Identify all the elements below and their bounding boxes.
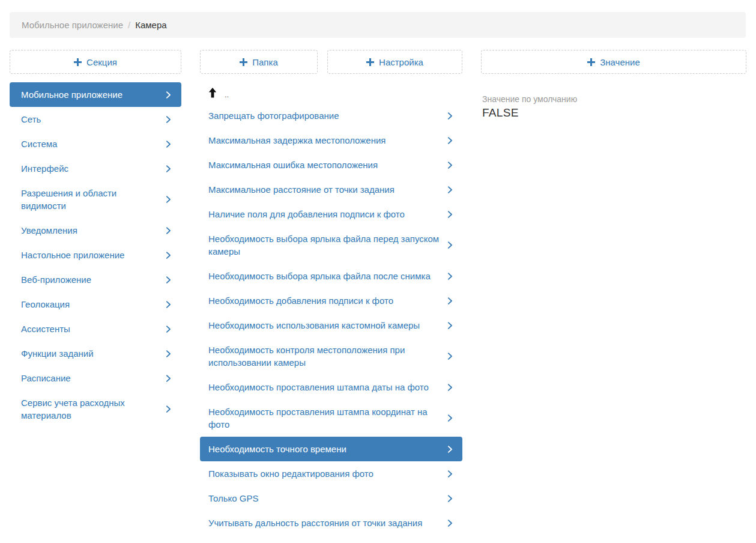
section-item-label: Уведомления [21,224,158,237]
chevron-right-icon [164,405,172,413]
main-layout: Секция Мобильное приложение Сеть Система… [0,50,756,543]
sidebar-item-section[interactable]: Мобильное приложение [10,82,181,107]
chevron-right-icon [446,494,454,503]
breadcrumb-current: Камера [135,20,166,30]
sidebar-item-section[interactable]: Интерфейс [10,156,181,181]
chevron-right-icon [446,241,454,249]
chevron-right-icon [446,519,454,527]
plus-icon [366,58,374,66]
section-item-label: Функции заданий [21,347,158,360]
settings-list: Запрещать фотографирование Максимальная … [200,103,462,535]
chevron-right-icon [164,374,172,383]
settings-list-item[interactable]: Необходимость проставления штампа коорди… [200,399,462,437]
settings-list-item[interactable]: Учитывать дальность расстояния от точки … [200,511,462,535]
chevron-right-icon [164,350,172,358]
setting-item-label: Необходимость выбора ярлыка файла перед … [208,232,440,258]
settings-column: Папка Настройка .. Запрещать фотографиро… [200,50,462,535]
settings-list-item[interactable]: Максимальная ошибка местоположения [200,153,462,177]
section-item-label: Сервис учета расходных материалов [21,396,158,422]
settings-list-item[interactable]: Необходимость выбора ярлыка файла после … [200,264,462,288]
chevron-right-icon [446,297,454,305]
sidebar-item-section[interactable]: Геолокация [10,292,181,317]
chevron-right-icon [446,321,454,330]
chevron-right-icon [446,352,454,360]
settings-list-item[interactable]: Необходимость выбора ярлыка файла перед … [200,226,462,264]
settings-list-item[interactable]: Необходимость контроля местоположения пр… [200,338,462,375]
sections-column: Секция Мобильное приложение Сеть Система… [10,50,181,428]
section-item-label: Сеть [21,113,158,126]
sidebar-item-section[interactable]: Сервис учета расходных материалов [10,390,181,428]
setting-item-label: Необходимость добавления подписи к фото [208,294,440,307]
plus-icon [240,58,247,66]
sidebar-item-section[interactable]: Сеть [10,107,181,132]
setting-item-label: Максимальная ошибка местоположения [208,159,440,171]
setting-item-label: Необходимость точного времени [208,443,440,455]
chevron-right-icon [164,251,172,259]
section-item-label: Настольное приложение [21,249,158,261]
setting-item-label: Необходимость использования кастомной ка… [208,319,440,332]
section-item-label: Разрешения и области видимости [21,187,158,212]
settings-list-item[interactable]: Наличие поля для добавления подписи к фо… [200,202,462,226]
setting-item-label: Необходимость контроля местоположения пр… [208,344,440,369]
chevron-right-icon [446,210,454,219]
sidebar-item-section[interactable]: Разрешения и области видимости [10,181,181,218]
sidebar-item-section[interactable]: Система [10,132,181,156]
settings-list-item[interactable]: Необходимость проставления штампа даты н… [200,375,462,399]
sections-list: Мобильное приложение Сеть Система Интерф… [10,82,181,428]
go-up-folder[interactable]: .. [200,82,462,103]
chevron-right-icon [446,136,454,145]
setting-item-label: Наличие поля для добавления подписи к фо… [208,208,440,220]
section-item-label: Интерфейс [21,162,158,175]
chevron-right-icon [446,414,454,422]
setting-item-label: Максимальное расстояние от точки задания [208,183,440,196]
chevron-right-icon [446,445,454,454]
arrow-up-icon [208,88,217,98]
settings-list-item[interactable]: Необходимость точного времени [200,437,462,461]
chevron-right-icon [446,186,454,194]
setting-item-label: Запрещать фотографирование [208,109,440,122]
chevron-right-icon [164,115,172,124]
settings-list-item[interactable]: Максимальная задержка местоположения [200,128,462,153]
settings-list-item[interactable]: Необходимость использования кастомной ка… [200,313,462,338]
add-section-label: Секция [86,57,117,67]
section-item-label: Мобильное приложение [21,88,158,101]
add-value-button[interactable]: Значение [481,50,746,74]
section-item-label: Геолокация [21,298,158,311]
chevron-right-icon [164,325,172,333]
setting-item-label: Максимальная задержка местоположения [208,134,440,147]
chevron-right-icon [164,165,172,173]
sidebar-item-section[interactable]: Настольное приложение [10,243,181,267]
breadcrumb-parent-link[interactable]: Мобильное приложение [22,20,123,30]
section-item-label: Ассистенты [21,323,158,335]
add-section-button[interactable]: Секция [10,50,181,74]
sidebar-item-section[interactable]: Веб-приложение [10,267,181,292]
chevron-right-icon [164,91,172,99]
chevron-right-icon [446,383,454,392]
section-item-label: Веб-приложение [21,273,158,286]
settings-list-item[interactable]: Запрещать фотографирование [200,103,462,128]
settings-list-item[interactable]: Только GPS [200,486,462,511]
setting-item-label: Необходимость проставления штампа коорди… [208,405,440,431]
settings-list-item[interactable]: Максимальное расстояние от точки задания [200,177,462,202]
add-folder-button[interactable]: Папка [200,50,318,74]
default-value-block: Значение по умолчанию FALSE [481,94,746,121]
section-item-label: Расписание [21,372,158,384]
chevron-right-icon [446,161,454,169]
sidebar-item-section[interactable]: Расписание [10,366,181,390]
sidebar-item-section[interactable]: Функции заданий [10,341,181,366]
setting-item-label: Необходимость выбора ярлыка файла после … [208,270,440,282]
settings-list-item[interactable]: Необходимость добавления подписи к фото [200,288,462,313]
sidebar-item-section[interactable]: Уведомления [10,218,181,243]
settings-list-item[interactable]: Показывать окно редактирования фото [200,461,462,486]
add-setting-button[interactable]: Настройка [327,50,462,74]
setting-item-label: Учитывать дальность расстояния от точки … [208,517,440,529]
settings-toolbar: Папка Настройка [200,50,462,74]
setting-item-label: Только GPS [208,492,440,505]
chevron-right-icon [164,276,172,284]
go-up-label: .. [225,91,229,99]
chevron-right-icon [446,272,454,281]
chevron-right-icon [164,226,172,235]
sidebar-item-section[interactable]: Ассистенты [10,317,181,341]
chevron-right-icon [164,140,172,148]
chevron-right-icon [446,112,454,120]
